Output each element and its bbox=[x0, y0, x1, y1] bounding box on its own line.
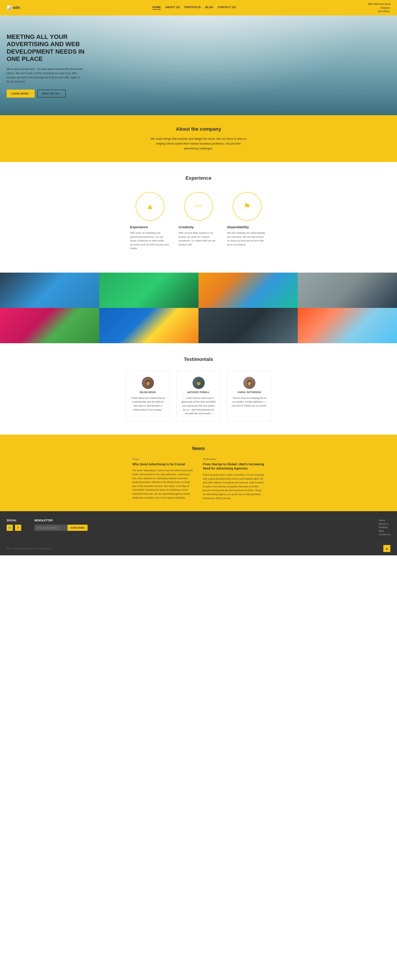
portfolio-item-6[interactable] bbox=[99, 308, 198, 343]
testimonials-title: Testimonials bbox=[6, 356, 391, 362]
header: 📊 adv HOME ABOUT US PORTFOLIO BLOG CONTA… bbox=[0, 0, 397, 16]
main-nav: HOME ABOUT US PORTFOLIO BLOG CONTACT US bbox=[152, 6, 236, 10]
footer-links: Home About us Portfolio Blog Contact us bbox=[379, 519, 391, 536]
newsletter-form: SUBSCRIBE bbox=[34, 525, 87, 531]
footer-link-blog[interactable]: Blog bbox=[379, 530, 391, 532]
logo: 📊 adv bbox=[6, 5, 20, 10]
logo-text: adv bbox=[13, 5, 20, 10]
nav-portfolio[interactable]: PORTFOLIO bbox=[184, 6, 201, 10]
back-to-top-button[interactable]: ▲ bbox=[383, 545, 391, 552]
footer-link-home[interactable]: Home bbox=[379, 519, 391, 522]
nav-home[interactable]: HOME bbox=[152, 6, 161, 10]
experience-icon-mountains: ▲ bbox=[146, 202, 154, 211]
experience-section: Experience ▲ Experience With years of ma… bbox=[0, 162, 397, 273]
experience-title: Experience bbox=[6, 175, 391, 181]
testimonials-section: Testimonials 👩 HELEN WOOD "I think about… bbox=[0, 343, 397, 434]
news-item-2: 26 November From Startup to Global: Utah… bbox=[203, 458, 265, 500]
experience-circle-1: ▲ bbox=[136, 192, 164, 221]
testimonial-name-carol: CAROL PATTERSON bbox=[232, 391, 267, 393]
social-icons: 🐦 f bbox=[6, 525, 21, 531]
news-date-1: 9 June bbox=[132, 458, 194, 460]
hero-description: We're about people first – the best tale… bbox=[6, 67, 84, 84]
footer-bottom: Adv © 2016 All rights reserved. Privacy … bbox=[6, 542, 391, 552]
social-label: Social bbox=[6, 519, 21, 522]
newsletter-subscribe-button[interactable]: SUBSCRIBE bbox=[67, 525, 87, 531]
news-date-2: 26 November bbox=[203, 458, 265, 460]
portfolio-item-1[interactable] bbox=[0, 273, 99, 308]
avatar-carol: 👩 bbox=[243, 377, 256, 389]
testimonial-text-helen: "I think about our relationship as a par… bbox=[130, 396, 165, 412]
news-section: News 9 June Why Good Advertising is So C… bbox=[0, 434, 397, 511]
hero-content: MEETING ALL YOUR ADVERTISING AND WEB DEV… bbox=[6, 33, 99, 97]
portfolio-item-7[interactable] bbox=[198, 308, 298, 343]
experience-circle-2: 〰 bbox=[184, 192, 213, 221]
testimonials-grid: 👩 HELEN WOOD "I think about our relation… bbox=[6, 371, 391, 422]
footer-link-portfolio[interactable]: Portfolio bbox=[379, 526, 391, 529]
portfolio-item-4[interactable] bbox=[298, 273, 397, 308]
about-text: We make things that surprise and delight… bbox=[149, 137, 248, 151]
experience-card-1: ▲ Experience With years of marketing and… bbox=[130, 192, 170, 251]
experience-icon-flag: ⚑ bbox=[243, 202, 251, 211]
footer-link-contact[interactable]: Contact us bbox=[379, 533, 391, 536]
hero-buttons: LEARN MORE › WHAT WE DO › bbox=[6, 90, 99, 97]
footer-newsletter: Newsletter SUBSCRIBE bbox=[34, 519, 87, 536]
nav-blog[interactable]: BLOG bbox=[205, 6, 213, 10]
testimonial-text-carol: "You've done an amazing job on our proje… bbox=[232, 396, 267, 408]
learn-more-button[interactable]: LEARN MORE › bbox=[6, 90, 35, 97]
portfolio-item-2[interactable] bbox=[99, 273, 198, 308]
logo-icon: 📊 bbox=[6, 5, 11, 10]
portfolio-item-3[interactable] bbox=[198, 273, 298, 308]
experience-card-title-3: Dependability bbox=[227, 225, 267, 229]
testimonial-card-anthony: 👨 ANTHONY POWELL "...I can't tell you ho… bbox=[176, 371, 221, 422]
footer-copyright: Adv © 2016 All rights reserved. Privacy … bbox=[6, 547, 51, 550]
facebook-icon[interactable]: f bbox=[15, 525, 21, 531]
experience-card-text-3: We feel reliability and dependability ar… bbox=[227, 231, 267, 247]
header-address: 8901 Marmora Road Glasgow, DO4 89GK. bbox=[368, 2, 391, 13]
experience-card-title-2: Creativity bbox=[179, 225, 218, 229]
news-text-1: The word "advertising" comes from the Ol… bbox=[132, 469, 194, 500]
avatar-anthony: 👨 bbox=[192, 377, 205, 389]
testimonial-card-carol: 👩 CAROL PATTERSON "You've done an amazin… bbox=[227, 371, 271, 422]
nav-about[interactable]: ABOUT US bbox=[165, 6, 180, 10]
experience-card-text-1: With years of marketing and advertising … bbox=[130, 231, 170, 251]
footer-social: Social 🐦 f bbox=[6, 519, 21, 536]
news-text-2: Every business has to start somewhere. I… bbox=[203, 473, 265, 500]
footer-link-about[interactable]: About us bbox=[379, 522, 391, 525]
testimonial-card-helen: 👩 HELEN WOOD "I think about our relation… bbox=[126, 371, 170, 422]
news-title-2: From Startup to Global: Utah's Increasin… bbox=[203, 462, 265, 471]
twitter-icon[interactable]: 🐦 bbox=[6, 525, 13, 531]
portfolio-grid bbox=[0, 273, 397, 343]
experience-card-3: ⚑ Dependability We feel reliability and … bbox=[227, 192, 267, 251]
nav-contact[interactable]: CONTACT US bbox=[218, 6, 236, 10]
testimonial-text-anthony: "...I can't tell you how much I apprecia… bbox=[181, 396, 216, 415]
experience-card-title-1: Experience bbox=[130, 225, 170, 229]
about-company-section: About the company We make things that su… bbox=[0, 115, 397, 162]
footer: Social 🐦 f Newsletter SUBSCRIBE Home Abo… bbox=[0, 511, 397, 555]
news-title: News bbox=[6, 445, 391, 451]
experience-cards: ▲ Experience With years of marketing and… bbox=[6, 192, 391, 251]
experience-card-text-2: With several Addy awards in our pocket, … bbox=[179, 231, 218, 247]
news-title-1: Why Good Advertising is So Crucial bbox=[132, 462, 194, 467]
experience-circle-3: ⚑ bbox=[233, 192, 261, 221]
about-title: About the company bbox=[6, 126, 391, 132]
portfolio-item-8[interactable] bbox=[298, 308, 397, 343]
portfolio-item-5[interactable] bbox=[0, 308, 99, 343]
newsletter-input[interactable] bbox=[34, 525, 67, 531]
experience-card-2: 〰 Creativity With several Addy awards in… bbox=[179, 192, 218, 251]
news-item-1: 9 June Why Good Advertising is So Crucia… bbox=[132, 458, 194, 500]
what-we-do-button[interactable]: WHAT WE DO › bbox=[37, 90, 66, 97]
testimonial-name-helen: HELEN WOOD bbox=[130, 391, 165, 393]
news-grid: 9 June Why Good Advertising is So Crucia… bbox=[132, 458, 265, 500]
footer-top: Social 🐦 f Newsletter SUBSCRIBE Home Abo… bbox=[6, 519, 391, 536]
hero-section: MEETING ALL YOUR ADVERTISING AND WEB DEV… bbox=[0, 16, 397, 115]
testimonial-name-anthony: ANTHONY POWELL bbox=[181, 391, 216, 393]
experience-icon-wave: 〰 bbox=[195, 202, 202, 211]
newsletter-label: Newsletter bbox=[34, 519, 87, 522]
avatar-helen: 👩 bbox=[142, 377, 154, 389]
hero-title: MEETING ALL YOUR ADVERTISING AND WEB DEV… bbox=[6, 33, 99, 63]
